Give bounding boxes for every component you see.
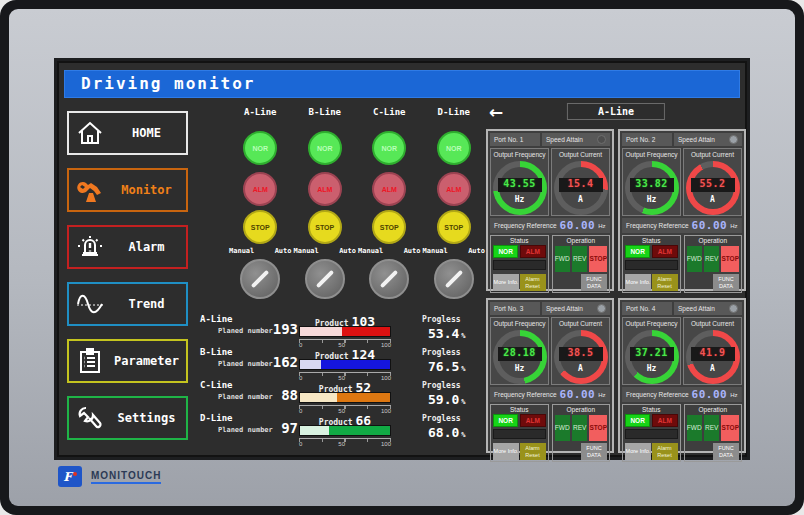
progress-label: Progless (422, 315, 461, 324)
port-number-label: Port No. 2 (622, 133, 672, 146)
func-data-button[interactable]: FUNC DATA (713, 274, 739, 291)
more-info-button[interactable]: More Info. (493, 274, 519, 291)
manual-auto-knob[interactable] (369, 259, 409, 299)
progress-value: 59.0% (428, 392, 466, 407)
port-controls: Status NOR ALM More Info. Alarm Reset (622, 404, 742, 462)
fwd-button[interactable]: FWD (687, 246, 702, 272)
alm-lamp-button[interactable]: ALM (308, 172, 342, 206)
progress-bar-scale: 0 50 100 (299, 405, 391, 413)
port-panel: Port No. 2 Speed Attain Output Frequency (618, 129, 746, 291)
current-ring-gauge: 41.9 A (686, 330, 740, 384)
planed-number-label: Planed number (218, 327, 273, 335)
frequency-value: 43.55 (498, 178, 542, 192)
manual-label: Manual (358, 247, 383, 257)
func-data-button[interactable]: FUNC DATA (713, 443, 739, 460)
sidebar-item-icon (73, 117, 107, 149)
rev-button[interactable]: REV (704, 415, 719, 441)
speed-attain-lamp-icon (729, 135, 738, 144)
rev-button[interactable]: REV (572, 246, 587, 272)
more-info-button[interactable]: More Info. (493, 443, 519, 460)
stop-button[interactable]: STOP (589, 415, 607, 441)
manual-label: Manual (294, 247, 319, 257)
line-column: B-Line NOR ALM STOP Manual Auto (293, 107, 358, 299)
auto-label: Auto (275, 247, 292, 257)
stop-lamp-button[interactable]: STOP (437, 210, 471, 244)
speed-attain-indicator: Speed Attain (542, 302, 610, 315)
frequency-reference-value: 60.00 (692, 388, 728, 401)
sidebar-item[interactable]: HOME (67, 111, 188, 155)
progress-value: 53.4% (428, 326, 466, 341)
alarm-reset-button[interactable]: Alarm Reset (652, 274, 678, 291)
sidebar-item-label: Settings (107, 411, 186, 425)
sidebar-item[interactable]: Monitor (67, 168, 188, 212)
nor-lamp-button[interactable]: NOR (372, 131, 406, 165)
frequency-value: 33.82 (630, 178, 674, 192)
speed-attain-indicator: Speed Attain (674, 302, 742, 315)
manual-auto-knob[interactable] (240, 259, 280, 299)
sidebar-item[interactable]: Alarm (67, 225, 188, 269)
stop-button[interactable]: STOP (721, 415, 739, 441)
frequency-reference-bar: Frequency Reference 60.00 Hz (622, 218, 742, 233)
planed-number-label: Planed number (218, 426, 273, 434)
alarm-reset-button[interactable]: Alarm Reset (520, 274, 546, 291)
previous-line-arrow-icon[interactable]: ← (489, 101, 503, 123)
operation-box: Operation FWD REV STOP FUNC DATA (552, 235, 611, 293)
nor-lamp-button[interactable]: NOR (437, 131, 471, 165)
knob-pointer-icon (445, 270, 463, 288)
brand-name: MONITOUCH (91, 470, 161, 484)
current-ring-gauge: 38.5 A (554, 330, 608, 384)
port-number-label: Port No. 4 (622, 302, 672, 315)
sidebar-item[interactable]: Parameter (67, 339, 188, 383)
nor-lamp-button[interactable]: NOR (243, 131, 277, 165)
alm-lamp-button[interactable]: ALM (243, 172, 277, 206)
more-info-button[interactable]: More Info. (625, 443, 651, 460)
manual-label: Manual (229, 247, 254, 257)
frequency-reference-value: 60.00 (560, 388, 596, 401)
status-box: Status NOR ALM More Info. Alarm Reset (490, 404, 549, 462)
more-info-button[interactable]: More Info. (625, 274, 651, 291)
frequency-ring-gauge: 28.18 Hz (493, 330, 547, 384)
rev-button[interactable]: REV (572, 415, 587, 441)
stop-lamp-button[interactable]: STOP (308, 210, 342, 244)
func-data-button[interactable]: FUNC DATA (581, 274, 607, 291)
fwd-button[interactable]: FWD (555, 415, 570, 441)
current-unit: A (686, 195, 740, 204)
manual-auto-knob[interactable] (305, 259, 345, 299)
fwd-button[interactable]: FWD (687, 415, 702, 441)
planed-number-value: 193 (270, 321, 298, 337)
port-header: Port No. 4 Speed Attain (622, 302, 742, 315)
trend-wave-icon (75, 291, 105, 317)
alarm-code-field (493, 260, 546, 270)
alm-lamp-button[interactable]: ALM (437, 172, 471, 206)
sidebar-item-icon (73, 174, 107, 206)
line-column: A-Line NOR ALM STOP Manual Auto (228, 107, 293, 299)
sidebar-item-icon (73, 231, 107, 263)
manual-auto-knob[interactable] (434, 259, 474, 299)
alarm-reset-button[interactable]: Alarm Reset (520, 443, 546, 460)
alarm-code-field (625, 260, 678, 270)
operation-box: Operation FWD REV STOP FUNC DATA (684, 404, 743, 462)
sidebar-item[interactable]: Settings (67, 396, 188, 440)
stop-lamp-button[interactable]: STOP (372, 210, 406, 244)
func-data-button[interactable]: FUNC DATA (581, 443, 607, 460)
stop-button[interactable]: STOP (589, 246, 607, 272)
sidebar-item[interactable]: Trend (67, 282, 188, 326)
alarm-reset-button[interactable]: Alarm Reset (652, 443, 678, 460)
rev-button[interactable]: REV (704, 246, 719, 272)
knob-pointer-icon (380, 270, 398, 288)
brand-logo: F MONITOUCH (58, 466, 161, 487)
frequency-reference-bar: Frequency Reference 60.00 Hz (490, 387, 610, 402)
sidebar-item-label: Parameter (107, 354, 186, 368)
stop-button[interactable]: STOP (721, 246, 739, 272)
fwd-button[interactable]: FWD (555, 246, 570, 272)
nor-lamp-button[interactable]: NOR (308, 131, 342, 165)
production-line-label: C-Line (200, 380, 233, 390)
alarm-code-field (625, 429, 678, 439)
progress-bar (299, 359, 391, 370)
status-nor-indicator: NOR (493, 245, 518, 258)
selected-line-label: A-Line (567, 103, 665, 120)
stop-lamp-button[interactable]: STOP (243, 210, 277, 244)
sidebar-item-icon (73, 288, 107, 320)
status-box: Status NOR ALM More Info. Alarm Reset (622, 235, 681, 293)
alm-lamp-button[interactable]: ALM (372, 172, 406, 206)
